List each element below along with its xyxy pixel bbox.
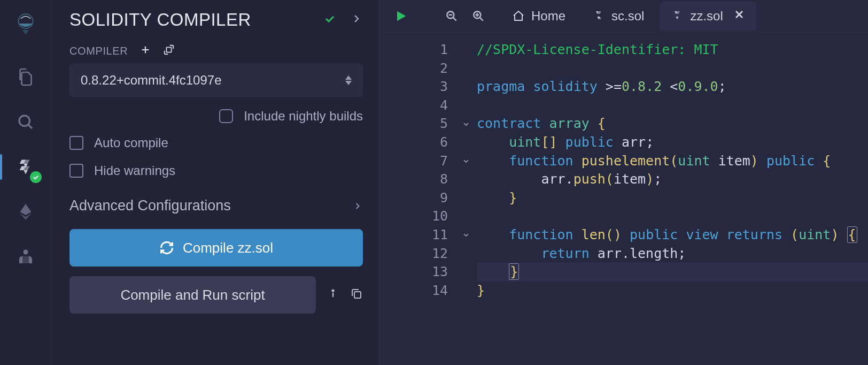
editor-toolbar: Home sc.sol zz.sol: [379, 0, 868, 32]
compile-button-label: Compile zz.sol: [183, 240, 273, 256]
compile-button[interactable]: Compile zz.sol: [69, 229, 363, 267]
panel-title: SOLIDITY COMPILER: [69, 10, 251, 30]
tab-sc[interactable]: sc.sol: [582, 2, 655, 30]
deploy-icon[interactable]: [13, 199, 38, 225]
svg-line-15: [453, 17, 456, 20]
svg-marker-8: [345, 75, 352, 80]
hidewarnings-label: Hide warnings: [94, 163, 175, 178]
copy-icon[interactable]: [350, 287, 363, 302]
zoom-in-icon[interactable]: [471, 9, 485, 23]
advanced-label: Advanced Configurations: [69, 197, 231, 214]
svg-line-2: [28, 125, 32, 128]
svg-rect-4: [22, 256, 29, 264]
code-editor[interactable]: 1234567891011121314 //SPDX-License-Ident…: [379, 32, 868, 365]
panel-collapse-icon[interactable]: [350, 12, 363, 27]
compile-success-icon: [323, 12, 336, 27]
svg-line-18: [480, 17, 483, 20]
svg-point-11: [332, 290, 334, 292]
hidewarnings-checkbox[interactable]: [69, 164, 83, 178]
zoom-out-icon[interactable]: [445, 9, 459, 23]
files-icon[interactable]: [13, 64, 38, 90]
compile-run-button-label: Compile and Run script: [120, 287, 265, 303]
code-content[interactable]: //SPDX-License-Identifier: MIT pragma so…: [474, 32, 868, 365]
search-icon[interactable]: [13, 109, 38, 135]
learn-icon[interactable]: [13, 244, 38, 270]
close-icon[interactable]: [733, 8, 746, 24]
svg-marker-9: [345, 81, 352, 85]
compiler-label: COMPILER: [69, 45, 128, 57]
tab-home-label: Home: [531, 9, 565, 24]
autocompile-label: Auto compile: [94, 135, 168, 150]
add-compiler-icon[interactable]: [140, 44, 151, 58]
nightly-label: Include nightly builds: [244, 109, 363, 124]
nightly-checkbox[interactable]: [219, 109, 233, 123]
compiler-version-value: 0.8.22+commit.4fc1097e: [81, 73, 222, 88]
run-icon[interactable]: [393, 9, 408, 24]
info-icon[interactable]: [327, 287, 339, 302]
icon-rail: [0, 0, 51, 365]
svg-marker-13: [397, 11, 406, 21]
select-spinner-icon: [345, 75, 352, 85]
tab-zz[interactable]: zz.sol: [660, 2, 756, 31]
tab-zz-label: zz.sol: [690, 9, 723, 24]
editor-area: Home sc.sol zz.sol 1234567891011121314 /…: [379, 0, 868, 365]
svg-rect-7: [167, 47, 172, 52]
advanced-configurations-toggle[interactable]: Advanced Configurations: [69, 197, 363, 214]
load-compiler-icon[interactable]: [163, 44, 175, 58]
svg-point-1: [19, 116, 30, 126]
svg-point-3: [23, 250, 28, 255]
tab-sc-label: sc.sol: [611, 9, 644, 24]
compile-success-badge: [30, 171, 42, 183]
compiler-version-select[interactable]: 0.8.22+commit.4fc1097e: [69, 64, 363, 97]
line-number-gutter: 1234567891011121314: [379, 32, 459, 365]
fold-column: [459, 32, 474, 365]
svg-rect-12: [354, 292, 361, 298]
compile-run-button[interactable]: Compile and Run script: [69, 276, 316, 314]
solidity-compiler-panel: SOLIDITY COMPILER COMPILER 0.8.22+commit…: [51, 0, 379, 365]
remix-logo[interactable]: [13, 6, 38, 41]
solidity-compiler-icon[interactable]: [13, 154, 38, 180]
tab-home[interactable]: Home: [501, 2, 576, 30]
autocompile-checkbox[interactable]: [69, 136, 83, 150]
